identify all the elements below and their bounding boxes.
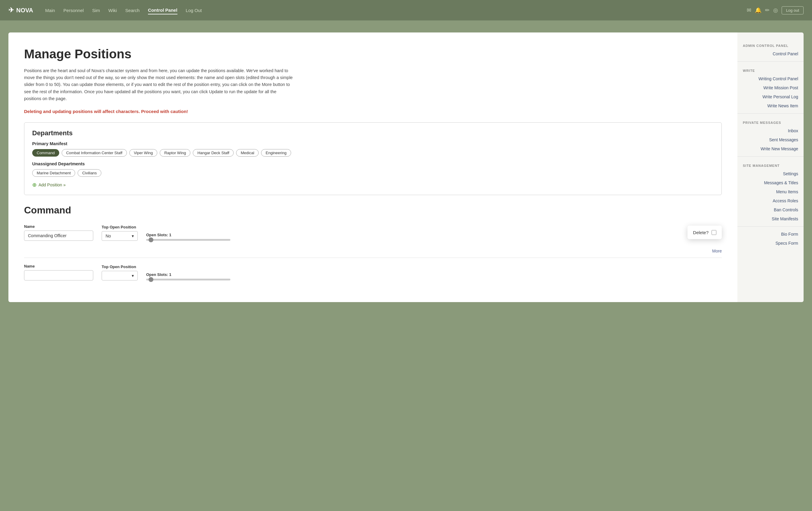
sidebar-divider-3 xyxy=(737,156,804,157)
sidebar-item-bio-form[interactable]: Bio Form xyxy=(737,230,804,239)
sidebar: ADMIN CONTROL PANEL Control Panel WRITE … xyxy=(737,32,804,302)
delete-label-1: Delete? xyxy=(693,230,708,235)
dept-tag-hangar[interactable]: Hangar Deck Staff xyxy=(193,149,234,157)
slider-thumb-2 xyxy=(149,277,153,282)
sidebar-item-settings[interactable]: Settings xyxy=(737,169,804,178)
sidebar-item-access-roles[interactable]: Access Roles xyxy=(737,196,804,205)
top-open-select-2[interactable]: ▾ xyxy=(102,271,138,280)
nav-links: Main Personnel Sim Wiki Search Control P… xyxy=(45,6,747,14)
main-content: Manage Positions Positions are the heart… xyxy=(8,32,737,302)
sidebar-item-menu-items[interactable]: Menu Items xyxy=(737,187,804,196)
nav-logout[interactable]: Log Out xyxy=(186,7,202,14)
open-slots-field-group-2: Open Slots: 1 xyxy=(146,272,722,280)
sidebar-section-write: WRITE xyxy=(737,65,804,74)
name-field-group-1: Name xyxy=(24,224,93,241)
dept-tag-civilians[interactable]: Civilians xyxy=(78,169,101,177)
nav-main[interactable]: Main xyxy=(45,7,55,14)
sidebar-divider-1 xyxy=(737,61,804,62)
logo-icon: ✈ xyxy=(8,6,14,14)
sidebar-section-messages: PRIVATE MESSAGES xyxy=(737,117,804,126)
open-slots-label-1: Open Slots: 1 xyxy=(146,233,722,237)
sidebar-item-write-news-item[interactable]: Write News Item xyxy=(737,101,804,110)
page-title: Manage Positions xyxy=(24,47,722,61)
alert-icon[interactable]: 🔔 xyxy=(755,7,761,13)
primary-manifest-label: Primary Manifest xyxy=(32,141,714,146)
page-container: Manage Positions Positions are the heart… xyxy=(0,21,812,314)
top-navigation: ✈ NOVA Main Personnel Sim Wiki Search Co… xyxy=(0,0,812,21)
warning-text: Deleting and updating positions will aff… xyxy=(24,109,722,114)
logo[interactable]: ✈ NOVA xyxy=(8,6,33,14)
sidebar-item-messages-titles[interactable]: Messages & Titles xyxy=(737,178,804,187)
dept-tag-engineering[interactable]: Engineering xyxy=(261,149,291,157)
dept-tag-viper[interactable]: Viper Wing xyxy=(129,149,157,157)
dept-tag-marine[interactable]: Marine Detachment xyxy=(32,169,75,177)
nav-personnel[interactable]: Personnel xyxy=(63,7,84,14)
sidebar-item-write-personal-log[interactable]: Write Personal Log xyxy=(737,92,804,101)
logo-text: NOVA xyxy=(16,7,33,14)
nav-search[interactable]: Search xyxy=(125,7,140,14)
departments-title: Departments xyxy=(32,129,714,137)
top-open-label-2: Top Open Position xyxy=(102,265,138,269)
logout-button[interactable]: Log out xyxy=(782,6,804,14)
sidebar-item-write-mission-post[interactable]: Write Mission Post xyxy=(737,83,804,92)
more-button-1[interactable]: More xyxy=(712,242,722,260)
chevron-down-icon-1: ▾ xyxy=(132,234,134,238)
position-fields-2: Name Top Open Position ▾ Open Slots: 1 xyxy=(24,264,722,280)
sidebar-item-sent-messages[interactable]: Sent Messages xyxy=(737,135,804,144)
name-label-2: Name xyxy=(24,264,93,268)
name-field-group-2: Name xyxy=(24,264,93,280)
dept-tag-cic[interactable]: Combat Information Center Staff xyxy=(62,149,127,157)
position-row-1: Name Top Open Position No ▾ Open Slots: … xyxy=(24,224,722,250)
separator-1 xyxy=(24,258,722,258)
dept-tag-raptor[interactable]: Raptor Wing xyxy=(160,149,191,157)
top-open-label-1: Top Open Position xyxy=(102,225,138,229)
open-slots-label-2: Open Slots: 1 xyxy=(146,272,722,277)
page-description: Positions are the heart and soul of Nova… xyxy=(24,67,295,102)
sidebar-item-write-new-message[interactable]: Write New Message xyxy=(737,144,804,153)
add-position-link[interactable]: ⊕ Add Position » xyxy=(32,182,714,188)
name-label-1: Name xyxy=(24,224,93,229)
slots-slider-2[interactable] xyxy=(146,279,230,280)
sidebar-section-site-management: SITE MANAGEMENT xyxy=(737,160,804,169)
add-icon: ⊕ xyxy=(32,182,37,188)
top-open-field-group-2: Top Open Position ▾ xyxy=(102,265,138,280)
message-icon[interactable]: ✉ xyxy=(747,7,751,13)
sidebar-item-inbox[interactable]: Inbox xyxy=(737,126,804,135)
nav-icons: ✉ 🔔 ✏ ◎ Log out xyxy=(747,6,804,14)
unassigned-tags: Marine Detachment Civilians xyxy=(32,169,714,177)
chevron-down-icon-2: ▾ xyxy=(132,273,134,278)
sidebar-divider-4 xyxy=(737,226,804,227)
dept-tag-command[interactable]: Command xyxy=(32,149,59,157)
position-row-2: Name Top Open Position ▾ Open Slots: 1 xyxy=(24,264,722,280)
sidebar-item-control-panel[interactable]: Control Panel xyxy=(737,49,804,58)
position-fields-1: Name Top Open Position No ▾ Open Slots: … xyxy=(24,224,722,241)
unassigned-label: Unassigned Departments xyxy=(32,161,714,166)
delete-checkbox-1[interactable] xyxy=(712,230,716,235)
name-input-1[interactable] xyxy=(24,231,93,241)
nav-sim[interactable]: Sim xyxy=(92,7,100,14)
top-open-value-1: No xyxy=(106,234,111,238)
primary-tags: Command Combat Information Center Staff … xyxy=(32,149,714,157)
nav-control-panel[interactable]: Control Panel xyxy=(148,6,177,14)
sidebar-divider-2 xyxy=(737,113,804,114)
add-position-label: Add Position » xyxy=(38,182,65,187)
dept-tag-medical[interactable]: Medical xyxy=(236,149,259,157)
sidebar-item-specs-form[interactable]: Specs Form xyxy=(737,239,804,248)
top-open-select-1[interactable]: No ▾ xyxy=(102,231,138,241)
sidebar-section-admin: ADMIN CONTROL PANEL xyxy=(737,40,804,49)
sidebar-item-site-manifests[interactable]: Site Manifests xyxy=(737,214,804,223)
nav-wiki[interactable]: Wiki xyxy=(108,7,117,14)
sidebar-item-writing-control-panel[interactable]: Writing Control Panel xyxy=(737,74,804,83)
profile-icon[interactable]: ◎ xyxy=(773,7,778,13)
name-input-2[interactable] xyxy=(24,270,93,280)
departments-box: Departments Primary Manifest Command Com… xyxy=(24,122,722,195)
command-section-title: Command xyxy=(24,205,722,216)
sidebar-item-ban-controls[interactable]: Ban Controls xyxy=(737,205,804,214)
delete-popup-1: Delete? xyxy=(688,226,722,239)
edit-icon[interactable]: ✏ xyxy=(765,7,770,13)
open-slots-field-group-1: Open Slots: 1 xyxy=(146,233,722,241)
top-open-field-group-1: Top Open Position No ▾ xyxy=(102,225,138,241)
